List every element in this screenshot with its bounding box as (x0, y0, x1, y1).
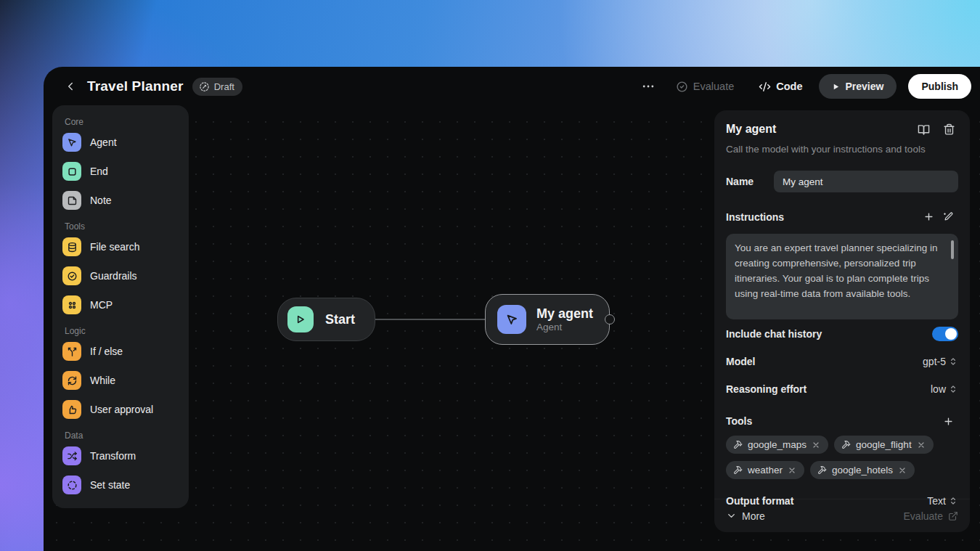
model-select[interactable]: gpt-5 (923, 356, 958, 367)
tool-chip-label: google_flight (856, 439, 912, 450)
palette-item-file-search[interactable]: File search (62, 232, 179, 261)
publish-button[interactable]: Publish (908, 74, 971, 99)
palette-item-label: Agent (90, 136, 117, 148)
generate-instructions-button[interactable] (939, 207, 958, 226)
tool-chip-label: weather (748, 465, 783, 476)
palette-item-label: Guardrails (90, 270, 137, 282)
scrollbar-thumb[interactable] (951, 240, 954, 259)
palette-item-mcp[interactable]: MCP (62, 290, 179, 319)
instructions-textarea[interactable]: You are an expert travel planner special… (726, 234, 958, 319)
remove-tool-icon[interactable] (898, 466, 907, 475)
node-palette: Core Agent End Note Tools File search Gu… (52, 105, 189, 508)
wand-pencil-icon (943, 211, 954, 222)
chevron-down-icon (726, 510, 737, 521)
draft-badge[interactable]: Draft (192, 78, 242, 96)
node-title: My agent (536, 306, 593, 322)
remove-tool-icon[interactable] (812, 441, 820, 449)
preview-button[interactable]: Preview (819, 74, 897, 99)
code-button[interactable]: Code (750, 75, 811, 99)
include-chat-history-label: Include chat history (726, 328, 932, 340)
reasoning-effort-label: Reasoning effort (726, 383, 931, 395)
code-button-label: Code (776, 81, 802, 92)
tools-chip-list: google_maps google_flight weather google… (726, 436, 958, 479)
add-instruction-button[interactable] (919, 207, 939, 226)
sticky-note-icon (62, 191, 81, 210)
node-my-agent[interactable]: My agent Agent (485, 294, 610, 345)
palette-item-end[interactable]: End (62, 157, 179, 186)
palette-item-label: Note (90, 195, 112, 206)
edge-start-to-agent[interactable] (375, 319, 486, 320)
docs-button[interactable] (915, 121, 933, 139)
palette-item-note[interactable]: Note (62, 186, 179, 215)
tool-chip[interactable]: weather (726, 461, 804, 479)
loop-icon (62, 371, 81, 390)
tool-chip[interactable]: google_flight (834, 436, 934, 454)
evaluate-button[interactable]: Evaluate (667, 75, 743, 99)
evaluate-button-label: Evaluate (693, 81, 734, 92)
palette-item-label: User approval (90, 404, 153, 415)
inspector-title: My agent (726, 121, 907, 136)
evaluate-icon (676, 81, 688, 93)
palette-item-guardrails[interactable]: Guardrails (62, 261, 179, 290)
header: Travel Planner Draft Evaluate Code Previ… (44, 67, 980, 106)
more-menu-button[interactable] (637, 75, 660, 98)
tool-chip[interactable]: google_maps (726, 436, 828, 454)
palette-item-transform[interactable]: Transform (62, 441, 179, 470)
palette-item-user-approval[interactable]: User approval (62, 395, 179, 424)
palette-item-if-else[interactable]: If / else (62, 337, 179, 366)
chevrons-up-down-icon (948, 356, 958, 367)
reasoning-effort-select[interactable]: low (931, 383, 958, 395)
output-handle[interactable] (605, 314, 615, 325)
book-open-icon (918, 123, 930, 136)
inspector-panel: My agent Call the model with your instru… (714, 110, 970, 532)
approval-icon (62, 400, 81, 419)
pencil-circle-icon (199, 81, 210, 92)
agent-cursor-icon (497, 305, 526, 334)
hammer-icon (733, 465, 743, 475)
palette-section-core: Core (65, 117, 179, 127)
palette-item-label: End (90, 166, 108, 177)
tools-label: Tools (726, 415, 939, 427)
delete-node-button[interactable] (940, 121, 958, 139)
node-start[interactable]: Start (277, 298, 375, 341)
palette-item-label: Transform (90, 450, 136, 462)
instructions-label: Instructions (726, 211, 919, 223)
palette-item-while[interactable]: While (62, 366, 179, 395)
add-tool-button[interactable] (939, 412, 958, 431)
evaluate-link[interactable]: Evaluate (904, 510, 958, 522)
palette-section-data: Data (65, 430, 179, 441)
palette-item-label: While (90, 375, 115, 386)
include-chat-history-toggle[interactable] (932, 327, 958, 341)
palette-item-set-state[interactable]: Set state (62, 470, 179, 499)
name-input[interactable] (774, 171, 958, 192)
circle-dashed-icon (62, 476, 81, 494)
chevrons-up-down-icon (948, 384, 958, 394)
draft-badge-label: Draft (214, 81, 234, 92)
hammer-icon (733, 440, 743, 449)
trash-icon (943, 123, 955, 136)
palette-item-label: Set state (90, 479, 130, 491)
more-toggle[interactable]: More (726, 510, 904, 522)
back-button[interactable] (60, 75, 81, 97)
remove-tool-icon[interactable] (917, 441, 926, 449)
plus-icon (923, 211, 934, 222)
code-icon (759, 81, 771, 93)
more-label: More (742, 510, 765, 522)
remove-tool-icon[interactable] (788, 466, 796, 475)
circle-check-icon (62, 266, 81, 285)
model-label: Model (726, 356, 923, 367)
palette-item-agent[interactable]: Agent (62, 128, 179, 157)
publish-button-label: Publish (921, 81, 958, 92)
agent-cursor-icon (62, 133, 81, 152)
name-label: Name (726, 176, 774, 187)
inspector-subtitle: Call the model with your instructions an… (726, 144, 958, 155)
chevron-left-icon (64, 80, 77, 93)
app-window: Travel Planner Draft Evaluate Code Previ… (44, 67, 980, 551)
tool-chip[interactable]: google_hotels (810, 461, 915, 479)
evaluate-link-label: Evaluate (904, 510, 943, 522)
database-icon (62, 237, 81, 256)
play-icon (832, 83, 840, 91)
plus-icon (943, 416, 954, 427)
ellipsis-icon (641, 79, 656, 94)
node-title: Start (325, 312, 355, 327)
